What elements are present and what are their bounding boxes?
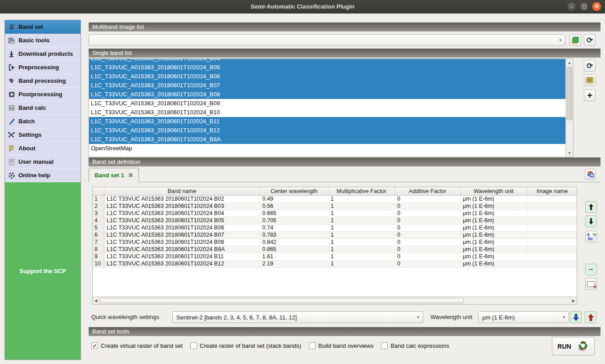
scrollbar-thumb[interactable] (567, 67, 572, 120)
cell-band-name[interactable]: L1C T33VUC A015363 20180601T102024 B06 (104, 225, 260, 232)
support-scp-banner[interactable]: Support the SCP (5, 182, 81, 360)
cell-band-name[interactable]: L1C T33VUC A015363 20180601T102024 B03 (104, 203, 260, 210)
cell-center-wavelength[interactable]: 0.665 (260, 210, 328, 217)
refresh-multiband-list-button[interactable]: ⟳ (584, 34, 596, 46)
cell-center-wavelength[interactable]: 0.56 (260, 203, 328, 210)
open-multiband-image-button[interactable] (569, 34, 581, 46)
col-band-name[interactable]: Band name (104, 187, 260, 196)
cell-multiplicative-factor[interactable]: 1 (328, 225, 395, 232)
move-band-down-button[interactable] (585, 216, 597, 227)
cell-multiplicative-factor[interactable]: 1 (328, 261, 395, 268)
cell-center-wavelength[interactable]: 0.49 (260, 196, 328, 203)
scrollbar-thumb[interactable] (99, 298, 464, 303)
checkbox-create-virtual-raster[interactable]: ✓ Create virtual raster of band set (91, 342, 183, 349)
add-band-set-button[interactable] (585, 169, 596, 180)
list-item[interactable]: OpenStreetMap (89, 144, 565, 153)
sidebar-item-basic-tools[interactable]: Basic tools (5, 34, 81, 47)
list-item[interactable]: L1C_T33VUC_A015363_20180601T102024_B8A (89, 135, 565, 144)
list-item[interactable]: L1C_T33VUC_A015363_20180601T102024_B11 (89, 117, 565, 126)
cell-additive-factor[interactable]: 0 (395, 217, 461, 225)
cell-multiplicative-factor[interactable]: 1 (328, 246, 395, 253)
cell-center-wavelength[interactable]: 1.61 (260, 253, 328, 261)
close-button[interactable]: ✕ (592, 2, 601, 11)
checkbox-unchecked-icon[interactable] (381, 342, 388, 349)
cell-multiplicative-factor[interactable]: 1 (328, 253, 395, 261)
cell-multiplicative-factor[interactable]: 1 (328, 217, 395, 225)
checkbox-build-band-overviews[interactable]: Build band overviews (309, 342, 374, 349)
refresh-single-band-list-button[interactable]: ⟳ (584, 60, 596, 72)
sidebar-item-preprocessing[interactable]: Preprocessing (5, 61, 81, 74)
add-band-to-bandset-button[interactable]: + (584, 90, 596, 101)
maximize-button[interactable] (579, 2, 589, 11)
list-item[interactable]: L1C_T33VUC_A015363_20180601T102024_B09 (89, 99, 565, 108)
cell-additive-factor[interactable]: 0 (395, 225, 461, 232)
cell-band-name[interactable]: L1C T33VUC A015363 20180601T102024 B07 (104, 232, 260, 239)
checkbox-unchecked-icon[interactable] (309, 342, 316, 349)
list-item[interactable]: L1C_T33VUC_A015363_20180601T102024_B08 (89, 90, 565, 99)
sidebar-item-postprocessing[interactable]: Postprocessing (5, 88, 81, 101)
cell-additive-factor[interactable]: 0 (395, 210, 461, 217)
cell-image-name[interactable] (527, 246, 577, 253)
col-multiplicative-factor[interactable]: Multiplicative Factor (328, 187, 395, 196)
cell-wavelength-unit[interactable]: μm (1 E-6m) (461, 232, 527, 239)
cell-band-name[interactable]: L1C T33VUC A015363 20180601T102024 B11 (104, 253, 260, 261)
multiband-image-combo[interactable]: ▾ (89, 34, 565, 46)
list-item[interactable]: L1C_T33VUC_A015363_20180601T102024_B10 (89, 108, 565, 117)
run-button[interactable]: RUN (552, 337, 595, 355)
cell-center-wavelength[interactable]: 0.865 (260, 246, 328, 253)
cell-image-name[interactable] (527, 217, 577, 225)
select-all-bands-button[interactable] (584, 74, 596, 86)
cell-band-name[interactable]: L1C T33VUC A015363 20180601T102024 B08 (104, 239, 260, 246)
list-item[interactable]: L1C_T33VUC_A015363_20180601T102024_B06 (89, 72, 565, 81)
checkbox-unchecked-icon[interactable] (190, 342, 197, 349)
list-item[interactable]: L1C_T33VUC_A015363_20180601T102024_B05 (89, 63, 565, 72)
list-item[interactable]: L1C_T33VUC_A015363_20180601T102024_B07 (89, 81, 565, 90)
cell-center-wavelength[interactable]: 0.842 (260, 239, 328, 246)
cell-additive-factor[interactable]: 0 (395, 232, 461, 239)
cell-image-name[interactable] (527, 210, 577, 217)
sidebar-item-band-processing[interactable]: Band processing (5, 74, 81, 88)
cell-image-name[interactable] (527, 261, 577, 268)
cell-wavelength-unit[interactable]: μm (1 E-6m) (461, 246, 527, 253)
cell-center-wavelength[interactable]: 0.705 (260, 217, 328, 225)
cell-wavelength-unit[interactable]: μm (1 E-6m) (461, 217, 527, 225)
cell-band-name[interactable]: L1C T33VUC A015363 20180601T102024 B04 (104, 210, 260, 217)
tab-close-icon[interactable]: ✖ (128, 172, 133, 179)
sidebar-item-about[interactable]: About (5, 142, 81, 155)
sidebar-item-settings[interactable]: Settings (5, 128, 81, 142)
sort-band-names-button[interactable]: a ◥ bc (585, 231, 597, 243)
cell-multiplicative-factor[interactable]: 1 (328, 239, 395, 246)
cell-additive-factor[interactable]: 0 (395, 253, 461, 261)
import-band-set-button[interactable] (570, 311, 582, 323)
cell-image-name[interactable] (527, 239, 577, 246)
scroll-up-icon[interactable]: ▲ (566, 59, 573, 66)
cell-wavelength-unit[interactable]: μm (1 E-6m) (461, 196, 527, 203)
cell-image-name[interactable] (527, 196, 577, 203)
cell-image-name[interactable] (527, 253, 577, 261)
checkbox-checked-icon[interactable]: ✓ (91, 342, 98, 349)
cell-additive-factor[interactable]: 0 (395, 261, 461, 268)
cell-wavelength-unit[interactable]: μm (1 E-6m) (461, 239, 527, 246)
cell-additive-factor[interactable]: 0 (395, 239, 461, 246)
cell-multiplicative-factor[interactable]: 1 (328, 232, 395, 239)
cell-image-name[interactable] (527, 225, 577, 232)
scroll-left-icon[interactable]: ◀ (93, 297, 99, 304)
scroll-down-icon[interactable]: ▼ (566, 149, 573, 157)
export-band-set-button[interactable] (585, 311, 596, 323)
minimize-button[interactable]: – (567, 2, 576, 11)
cell-band-name[interactable]: L1C T33VUC A015363 20180601T102024 B05 (104, 217, 260, 225)
cell-band-name[interactable]: L1C T33VUC A015363 20180601T102024 B8A (104, 246, 260, 253)
cell-wavelength-unit[interactable]: μm (1 E-6m) (461, 203, 527, 210)
cell-additive-factor[interactable]: 0 (395, 196, 461, 203)
cell-additive-factor[interactable]: 0 (395, 246, 461, 253)
cell-center-wavelength[interactable]: 2.19 (260, 261, 328, 268)
cell-additive-factor[interactable]: 0 (395, 203, 461, 210)
sidebar-item-user-manual[interactable]: User manual (5, 155, 81, 169)
sidebar-item-band-calc[interactable]: Band calc (5, 101, 81, 115)
cell-center-wavelength[interactable]: 0.74 (260, 225, 328, 232)
cell-multiplicative-factor[interactable]: 1 (328, 203, 395, 210)
sidebar-item-band-set[interactable]: Band set (5, 20, 81, 34)
sidebar-item-online-help[interactable]: Online help (5, 169, 81, 182)
col-wavelength-unit[interactable]: Wavelength unit (461, 187, 527, 196)
sidebar-item-download-products[interactable]: Download products (5, 47, 81, 61)
